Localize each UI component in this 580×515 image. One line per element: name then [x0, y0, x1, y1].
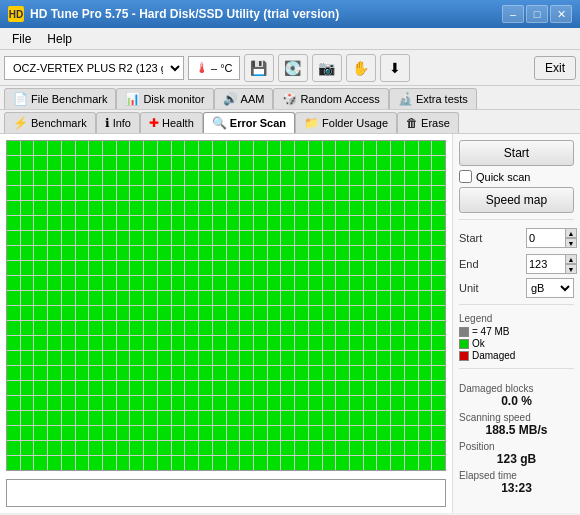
grid-cell: [405, 201, 418, 215]
grid-cell: [364, 426, 377, 440]
grid-cell: [432, 306, 445, 320]
tab-extra-tests[interactable]: 🔬 Extra tests: [389, 88, 477, 109]
hand-icon[interactable]: ✋: [346, 54, 376, 82]
hdd-icon-2[interactable]: 💽: [278, 54, 308, 82]
grid-cell: [309, 306, 322, 320]
hdd-icon-1[interactable]: 💾: [244, 54, 274, 82]
benchmark-icon: ⚡: [13, 116, 28, 130]
grid-cell: [144, 141, 157, 155]
grid-cell: [172, 156, 185, 170]
grid-cell: [419, 156, 432, 170]
tab-erase[interactable]: 🗑 Erase: [397, 112, 459, 133]
speed-map-button[interactable]: Speed map: [459, 187, 574, 213]
grid-cell: [199, 441, 212, 455]
maximize-button[interactable]: □: [526, 5, 548, 23]
menu-help[interactable]: Help: [39, 30, 80, 48]
end-input[interactable]: [529, 258, 565, 270]
grid-cell: [103, 201, 116, 215]
camera-icon[interactable]: 📷: [312, 54, 342, 82]
grid-cell: [89, 186, 102, 200]
grid-cell: [103, 261, 116, 275]
tab-file-benchmark[interactable]: 📄 File Benchmark: [4, 88, 116, 109]
grid-cell: [268, 231, 281, 245]
grid-cell: [227, 216, 240, 230]
grid-cell: [254, 351, 267, 365]
grid-cell: [34, 276, 47, 290]
grid-cell: [185, 441, 198, 455]
grid-cell: [34, 246, 47, 260]
tab-error-scan[interactable]: 🔍 Error Scan: [203, 112, 295, 133]
grid-cell: [185, 276, 198, 290]
unit-selector[interactable]: MB gB: [526, 278, 574, 298]
grid-cell: [185, 246, 198, 260]
grid-cell: [89, 231, 102, 245]
start-spin-up[interactable]: ▲: [565, 228, 577, 238]
start-spin-down[interactable]: ▼: [565, 238, 577, 248]
tab-benchmark[interactable]: ⚡ Benchmark: [4, 112, 96, 133]
end-spin-down[interactable]: ▼: [565, 264, 577, 274]
grid-cell: [172, 381, 185, 395]
start-input[interactable]: [529, 232, 565, 244]
menu-file[interactable]: File: [4, 30, 39, 48]
grid-cell: [185, 231, 198, 245]
drive-selector[interactable]: OCZ-VERTEX PLUS R2 (123 gB): [4, 56, 184, 80]
grid-cell: [7, 156, 20, 170]
exit-button[interactable]: Exit: [534, 56, 576, 80]
tab-folder-usage[interactable]: 📁 Folder Usage: [295, 112, 397, 133]
tab-aam[interactable]: 🔊 AAM: [214, 88, 274, 109]
grid-cell: [144, 456, 157, 470]
grid-cell: [48, 141, 61, 155]
grid-cell: [48, 396, 61, 410]
app-icon: HD: [8, 6, 24, 22]
grid-cell: [364, 396, 377, 410]
grid-cell: [213, 426, 226, 440]
end-spinbox[interactable]: ▲ ▼: [526, 254, 574, 274]
grid-cell: [144, 351, 157, 365]
grid-cell: [295, 141, 308, 155]
tab-disk-monitor[interactable]: 📊 Disk monitor: [116, 88, 213, 109]
grid-cell: [323, 186, 336, 200]
grid-cell: [419, 306, 432, 320]
tab-disk-monitor-label: Disk monitor: [143, 93, 204, 105]
grid-cell: [34, 201, 47, 215]
grid-cell: [130, 381, 143, 395]
grid-cell: [158, 456, 171, 470]
minimize-button[interactable]: –: [502, 5, 524, 23]
grid-cell: [172, 216, 185, 230]
grid-cell: [158, 396, 171, 410]
grid-cell: [227, 426, 240, 440]
grid-cell: [213, 336, 226, 350]
grid-cell: [309, 456, 322, 470]
arrow-down-icon[interactable]: ⬇: [380, 54, 410, 82]
grid-cell: [309, 201, 322, 215]
grid-cell: [350, 381, 363, 395]
grid-cell: [323, 141, 336, 155]
grid-cell: [62, 171, 75, 185]
grid-cell: [295, 456, 308, 470]
grid-cell: [103, 366, 116, 380]
grid-cell: [21, 231, 34, 245]
close-button[interactable]: ✕: [550, 5, 572, 23]
grid-cell: [364, 231, 377, 245]
tab-health[interactable]: ✚ Health: [140, 112, 203, 133]
grid-cell: [199, 246, 212, 260]
grid-cell: [281, 231, 294, 245]
grid-cell: [213, 441, 226, 455]
grid-cell: [377, 141, 390, 155]
end-spin-up[interactable]: ▲: [565, 254, 577, 264]
tab-file-benchmark-label: File Benchmark: [31, 93, 107, 105]
start-spinbox[interactable]: ▲ ▼: [526, 228, 574, 248]
grid-cell: [419, 351, 432, 365]
grid-cell: [89, 381, 102, 395]
grid-cell: [309, 246, 322, 260]
grid-cell: [419, 396, 432, 410]
grid-cell: [336, 381, 349, 395]
quick-scan-checkbox[interactable]: [459, 170, 472, 183]
tab-info[interactable]: ℹ Info: [96, 112, 140, 133]
grid-cell: [21, 306, 34, 320]
grid-cell: [34, 441, 47, 455]
grid-cell: [268, 366, 281, 380]
grid-cell: [213, 186, 226, 200]
start-button[interactable]: Start: [459, 140, 574, 166]
tab-random-access[interactable]: 🎲 Random Access: [273, 88, 388, 109]
